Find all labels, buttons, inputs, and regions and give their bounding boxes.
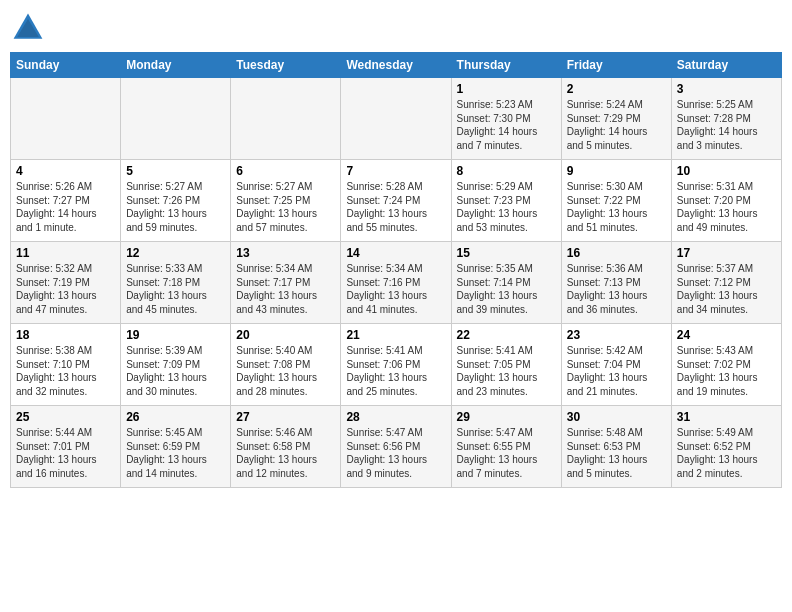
calendar-cell: 17Sunrise: 5:37 AM Sunset: 7:12 PM Dayli… <box>671 242 781 324</box>
calendar-cell: 1Sunrise: 5:23 AM Sunset: 7:30 PM Daylig… <box>451 78 561 160</box>
day-number: 13 <box>236 246 335 260</box>
day-info: Sunrise: 5:47 AM Sunset: 6:55 PM Dayligh… <box>457 426 556 480</box>
day-info: Sunrise: 5:28 AM Sunset: 7:24 PM Dayligh… <box>346 180 445 234</box>
day-number: 18 <box>16 328 115 342</box>
calendar-cell: 11Sunrise: 5:32 AM Sunset: 7:19 PM Dayli… <box>11 242 121 324</box>
day-info: Sunrise: 5:46 AM Sunset: 6:58 PM Dayligh… <box>236 426 335 480</box>
day-info: Sunrise: 5:47 AM Sunset: 6:56 PM Dayligh… <box>346 426 445 480</box>
day-info: Sunrise: 5:43 AM Sunset: 7:02 PM Dayligh… <box>677 344 776 398</box>
day-number: 24 <box>677 328 776 342</box>
day-info: Sunrise: 5:44 AM Sunset: 7:01 PM Dayligh… <box>16 426 115 480</box>
col-header-sunday: Sunday <box>11 53 121 78</box>
calendar-cell <box>341 78 451 160</box>
day-number: 25 <box>16 410 115 424</box>
col-header-wednesday: Wednesday <box>341 53 451 78</box>
calendar-cell: 26Sunrise: 5:45 AM Sunset: 6:59 PM Dayli… <box>121 406 231 488</box>
day-info: Sunrise: 5:34 AM Sunset: 7:17 PM Dayligh… <box>236 262 335 316</box>
calendar-cell: 16Sunrise: 5:36 AM Sunset: 7:13 PM Dayli… <box>561 242 671 324</box>
day-info: Sunrise: 5:27 AM Sunset: 7:25 PM Dayligh… <box>236 180 335 234</box>
day-info: Sunrise: 5:26 AM Sunset: 7:27 PM Dayligh… <box>16 180 115 234</box>
day-info: Sunrise: 5:33 AM Sunset: 7:18 PM Dayligh… <box>126 262 225 316</box>
day-info: Sunrise: 5:29 AM Sunset: 7:23 PM Dayligh… <box>457 180 556 234</box>
day-info: Sunrise: 5:24 AM Sunset: 7:29 PM Dayligh… <box>567 98 666 152</box>
calendar-cell: 2Sunrise: 5:24 AM Sunset: 7:29 PM Daylig… <box>561 78 671 160</box>
day-info: Sunrise: 5:38 AM Sunset: 7:10 PM Dayligh… <box>16 344 115 398</box>
calendar-cell: 28Sunrise: 5:47 AM Sunset: 6:56 PM Dayli… <box>341 406 451 488</box>
col-header-saturday: Saturday <box>671 53 781 78</box>
day-number: 26 <box>126 410 225 424</box>
day-number: 11 <box>16 246 115 260</box>
calendar-cell: 29Sunrise: 5:47 AM Sunset: 6:55 PM Dayli… <box>451 406 561 488</box>
calendar-cell: 6Sunrise: 5:27 AM Sunset: 7:25 PM Daylig… <box>231 160 341 242</box>
day-number: 6 <box>236 164 335 178</box>
calendar-cell: 15Sunrise: 5:35 AM Sunset: 7:14 PM Dayli… <box>451 242 561 324</box>
col-header-tuesday: Tuesday <box>231 53 341 78</box>
day-info: Sunrise: 5:27 AM Sunset: 7:26 PM Dayligh… <box>126 180 225 234</box>
col-header-thursday: Thursday <box>451 53 561 78</box>
day-number: 15 <box>457 246 556 260</box>
day-info: Sunrise: 5:45 AM Sunset: 6:59 PM Dayligh… <box>126 426 225 480</box>
day-number: 29 <box>457 410 556 424</box>
calendar-cell: 14Sunrise: 5:34 AM Sunset: 7:16 PM Dayli… <box>341 242 451 324</box>
calendar-cell: 22Sunrise: 5:41 AM Sunset: 7:05 PM Dayli… <box>451 324 561 406</box>
day-number: 22 <box>457 328 556 342</box>
day-info: Sunrise: 5:36 AM Sunset: 7:13 PM Dayligh… <box>567 262 666 316</box>
day-number: 2 <box>567 82 666 96</box>
logo-icon <box>10 10 46 46</box>
day-info: Sunrise: 5:31 AM Sunset: 7:20 PM Dayligh… <box>677 180 776 234</box>
calendar-cell: 18Sunrise: 5:38 AM Sunset: 7:10 PM Dayli… <box>11 324 121 406</box>
day-number: 27 <box>236 410 335 424</box>
day-info: Sunrise: 5:41 AM Sunset: 7:05 PM Dayligh… <box>457 344 556 398</box>
calendar-cell: 31Sunrise: 5:49 AM Sunset: 6:52 PM Dayli… <box>671 406 781 488</box>
day-number: 1 <box>457 82 556 96</box>
day-number: 28 <box>346 410 445 424</box>
day-info: Sunrise: 5:41 AM Sunset: 7:06 PM Dayligh… <box>346 344 445 398</box>
page-header <box>10 10 782 46</box>
calendar-table: SundayMondayTuesdayWednesdayThursdayFrid… <box>10 52 782 488</box>
calendar-cell: 12Sunrise: 5:33 AM Sunset: 7:18 PM Dayli… <box>121 242 231 324</box>
day-info: Sunrise: 5:32 AM Sunset: 7:19 PM Dayligh… <box>16 262 115 316</box>
day-number: 4 <box>16 164 115 178</box>
day-info: Sunrise: 5:25 AM Sunset: 7:28 PM Dayligh… <box>677 98 776 152</box>
day-number: 8 <box>457 164 556 178</box>
day-info: Sunrise: 5:39 AM Sunset: 7:09 PM Dayligh… <box>126 344 225 398</box>
day-info: Sunrise: 5:35 AM Sunset: 7:14 PM Dayligh… <box>457 262 556 316</box>
calendar-cell: 30Sunrise: 5:48 AM Sunset: 6:53 PM Dayli… <box>561 406 671 488</box>
day-number: 9 <box>567 164 666 178</box>
day-info: Sunrise: 5:42 AM Sunset: 7:04 PM Dayligh… <box>567 344 666 398</box>
day-number: 10 <box>677 164 776 178</box>
calendar-cell: 23Sunrise: 5:42 AM Sunset: 7:04 PM Dayli… <box>561 324 671 406</box>
day-number: 5 <box>126 164 225 178</box>
day-info: Sunrise: 5:30 AM Sunset: 7:22 PM Dayligh… <box>567 180 666 234</box>
day-info: Sunrise: 5:34 AM Sunset: 7:16 PM Dayligh… <box>346 262 445 316</box>
calendar-cell: 4Sunrise: 5:26 AM Sunset: 7:27 PM Daylig… <box>11 160 121 242</box>
day-number: 21 <box>346 328 445 342</box>
calendar-cell: 10Sunrise: 5:31 AM Sunset: 7:20 PM Dayli… <box>671 160 781 242</box>
logo <box>10 10 50 46</box>
day-number: 31 <box>677 410 776 424</box>
day-info: Sunrise: 5:40 AM Sunset: 7:08 PM Dayligh… <box>236 344 335 398</box>
day-number: 17 <box>677 246 776 260</box>
calendar-cell: 21Sunrise: 5:41 AM Sunset: 7:06 PM Dayli… <box>341 324 451 406</box>
day-info: Sunrise: 5:23 AM Sunset: 7:30 PM Dayligh… <box>457 98 556 152</box>
calendar-cell <box>11 78 121 160</box>
calendar-cell: 25Sunrise: 5:44 AM Sunset: 7:01 PM Dayli… <box>11 406 121 488</box>
day-number: 3 <box>677 82 776 96</box>
day-number: 16 <box>567 246 666 260</box>
day-number: 23 <box>567 328 666 342</box>
calendar-cell: 13Sunrise: 5:34 AM Sunset: 7:17 PM Dayli… <box>231 242 341 324</box>
day-info: Sunrise: 5:48 AM Sunset: 6:53 PM Dayligh… <box>567 426 666 480</box>
col-header-monday: Monday <box>121 53 231 78</box>
calendar-cell: 27Sunrise: 5:46 AM Sunset: 6:58 PM Dayli… <box>231 406 341 488</box>
calendar-cell: 9Sunrise: 5:30 AM Sunset: 7:22 PM Daylig… <box>561 160 671 242</box>
calendar-cell: 5Sunrise: 5:27 AM Sunset: 7:26 PM Daylig… <box>121 160 231 242</box>
day-number: 7 <box>346 164 445 178</box>
calendar-cell: 8Sunrise: 5:29 AM Sunset: 7:23 PM Daylig… <box>451 160 561 242</box>
day-number: 12 <box>126 246 225 260</box>
calendar-cell: 3Sunrise: 5:25 AM Sunset: 7:28 PM Daylig… <box>671 78 781 160</box>
day-number: 19 <box>126 328 225 342</box>
calendar-cell: 24Sunrise: 5:43 AM Sunset: 7:02 PM Dayli… <box>671 324 781 406</box>
calendar-cell <box>231 78 341 160</box>
day-number: 30 <box>567 410 666 424</box>
calendar-cell: 7Sunrise: 5:28 AM Sunset: 7:24 PM Daylig… <box>341 160 451 242</box>
